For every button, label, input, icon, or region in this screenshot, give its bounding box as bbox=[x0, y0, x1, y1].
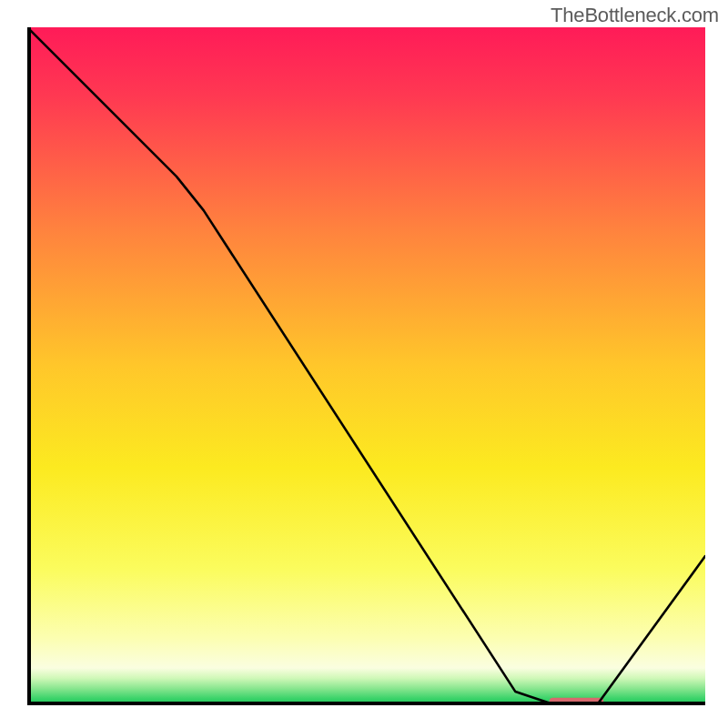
y-axis-line bbox=[27, 27, 31, 705]
chart-container: TheBottleneck.com bbox=[0, 0, 728, 728]
plot-area bbox=[27, 27, 705, 705]
x-axis-line bbox=[27, 702, 705, 705]
watermark-text: TheBottleneck.com bbox=[551, 4, 719, 27]
plot-svg bbox=[27, 27, 705, 705]
